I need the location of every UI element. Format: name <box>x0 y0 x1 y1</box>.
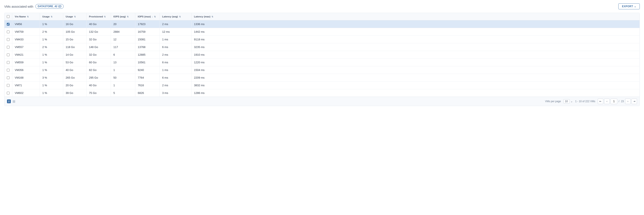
prev-page-button[interactable]: ‹ <box>604 99 610 104</box>
th-usage1[interactable]: Usage ⇅ <box>40 13 63 20</box>
footer-left: 2 ⊞ <box>7 99 15 103</box>
export-button[interactable]: EXPORT ⌄ <box>618 4 640 9</box>
row-vm-name: VM71 <box>12 82 40 89</box>
row-latency-avg: 6 ms <box>160 43 191 51</box>
th-usage2[interactable]: Usage ⇅ <box>63 13 86 20</box>
sort-icon-iops-max: ↓ <box>152 16 153 18</box>
row-checkbox[interactable] <box>7 61 10 64</box>
th-provisioned[interactable]: Provisioned ⇅ <box>86 13 111 20</box>
sort-icon-prov: ⇅ <box>104 16 106 18</box>
row-iops-max: 15081 <box>135 36 160 43</box>
row-vm-name: VM421 <box>12 51 40 59</box>
row-usage-go: 15 Go <box>63 36 86 43</box>
row-usage-pct: 1 % <box>40 36 63 43</box>
row-checkbox-cell[interactable] <box>4 82 12 89</box>
row-usage-pct: 1 % <box>40 66 63 74</box>
table-row: VM559 1 % 53 Go 60 Go 13 10561 6 ms 1220… <box>4 59 640 66</box>
row-usage-go: 40 Go <box>63 66 86 74</box>
per-page-chevron-icon: ⌄ <box>570 100 573 103</box>
row-iops-max: 9240 <box>135 66 160 74</box>
row-latency-max: 1286 ms <box>191 89 640 97</box>
first-page-button[interactable]: ⇤ <box>598 99 603 104</box>
th-iops-max[interactable]: IOPS (max) ↓ ⇅ <box>135 13 160 20</box>
row-checkbox-cell[interactable] <box>4 66 12 74</box>
sort-icon-lat-avg: ⇅ <box>179 16 181 18</box>
sort-icon-iops-max-2: ⇅ <box>154 16 156 18</box>
pagination-controls: ⇤ ‹ / 23 › ⇥ <box>598 99 637 104</box>
row-usage-pct: 3 % <box>40 74 63 82</box>
sort-icon-iops-avg: ⇅ <box>127 16 128 18</box>
row-checkbox[interactable] <box>7 30 10 33</box>
row-checkbox-cell[interactable] <box>4 36 12 43</box>
row-checkbox-cell[interactable] <box>4 20 12 28</box>
selected-count: 2 <box>7 99 11 103</box>
row-usage-pct: 1 % <box>40 51 63 59</box>
row-iops-max: 12885 <box>135 51 160 59</box>
table-row: VM602 1 % 39 Go 75 Go 5 6826 3 ms 1286 m… <box>4 89 640 97</box>
th-iops-avg[interactable]: IOPS (avg) ⇅ <box>111 13 135 20</box>
row-usage-go: 118 Go <box>63 43 86 51</box>
column-toggle-icon[interactable]: ⊞ <box>12 99 15 103</box>
row-usage-go: 265 Go <box>63 74 86 82</box>
row-checkbox[interactable] <box>7 92 10 95</box>
row-usage-pct: 1 % <box>40 82 63 89</box>
row-latency-max: 2209 ms <box>191 74 640 82</box>
table-header-row: Vm Name ⇅ Usage ⇅ Usage ⇅ <box>4 13 640 20</box>
page-title: VMs associated with <box>4 5 33 8</box>
row-vm-name: VM602 <box>12 89 40 97</box>
select-all-checkbox[interactable] <box>7 15 10 18</box>
row-checkbox[interactable] <box>7 23 10 26</box>
row-usage-pct: 1 % <box>40 59 63 66</box>
per-page-value[interactable]: 10 <box>564 99 570 103</box>
row-usage-pct: 1 % <box>40 89 63 97</box>
row-iops-avg: 50 <box>111 74 135 82</box>
datastore-icon <box>58 5 61 8</box>
th-vm-name[interactable]: Vm Name ⇅ <box>12 13 40 20</box>
th-latency-max[interactable]: Latency (max) ⇅ <box>191 13 640 20</box>
row-provisioned: 82 Go <box>86 66 111 74</box>
row-checkbox[interactable] <box>7 46 10 49</box>
row-iops-max: 6826 <box>135 89 160 97</box>
row-latency-max: 1504 ms <box>191 66 640 74</box>
row-checkbox-cell[interactable] <box>4 59 12 66</box>
next-page-button[interactable]: › <box>625 99 631 104</box>
chevron-down-icon: ⌄ <box>634 5 636 8</box>
table-row: VM356 1 % 40 Go 82 Go 1 9240 1 ms 1504 m… <box>4 66 640 74</box>
sort-icon-usage2: ⇅ <box>74 16 76 18</box>
row-usage-go: 20 Go <box>63 82 86 89</box>
row-latency-max: 9118 ms <box>191 36 640 43</box>
row-checkbox[interactable] <box>7 38 10 41</box>
row-provisioned: 60 Go <box>86 59 111 66</box>
table-row: VM759 2 % 105 Go 132 Go 2884 16759 12 ms… <box>4 28 640 36</box>
table-row: VM433 1 % 15 Go 32 Go 12 15081 1 ms 9118… <box>4 36 640 43</box>
row-vm-name: VM168 <box>12 74 40 82</box>
row-checkbox[interactable] <box>7 53 10 56</box>
row-checkbox-cell[interactable] <box>4 89 12 97</box>
table-body: VM56 1 % 16 Go 40 Go 20 17923 2 ms 1336 … <box>4 20 640 97</box>
last-page-button[interactable]: ⇥ <box>632 99 637 104</box>
row-checkbox-cell[interactable] <box>4 74 12 82</box>
row-iops-avg: 13 <box>111 59 135 66</box>
row-checkbox[interactable] <box>7 84 10 87</box>
th-latency-avg[interactable]: Latency (avg) ⇅ <box>160 13 191 20</box>
current-page-input[interactable] <box>610 99 617 104</box>
row-iops-avg: 117 <box>111 43 135 51</box>
row-checkbox[interactable] <box>7 76 10 79</box>
row-vm-name: VM759 <box>12 28 40 36</box>
datastore-badge[interactable]: DATASTORE_42 <box>36 4 64 9</box>
row-iops-avg: 1 <box>111 82 135 89</box>
row-iops-avg: 5 <box>111 89 135 97</box>
row-checkbox-cell[interactable] <box>4 43 12 51</box>
table-row: VM168 3 % 265 Go 295 Go 50 7764 6 ms 220… <box>4 74 640 82</box>
row-latency-avg: 2 ms <box>160 51 191 59</box>
th-checkbox[interactable] <box>4 13 12 20</box>
sort-icon-vm-name: ⇅ <box>27 16 29 18</box>
row-checkbox-cell[interactable] <box>4 28 12 36</box>
row-latency-max: 1442 ms <box>191 28 640 36</box>
row-checkbox-cell[interactable] <box>4 51 12 59</box>
svg-rect-0 <box>58 6 61 7</box>
row-latency-avg: 12 ms <box>160 28 191 36</box>
row-usage-pct: 2 % <box>40 28 63 36</box>
row-checkbox[interactable] <box>7 69 10 72</box>
total-pages: 23 <box>621 100 624 103</box>
